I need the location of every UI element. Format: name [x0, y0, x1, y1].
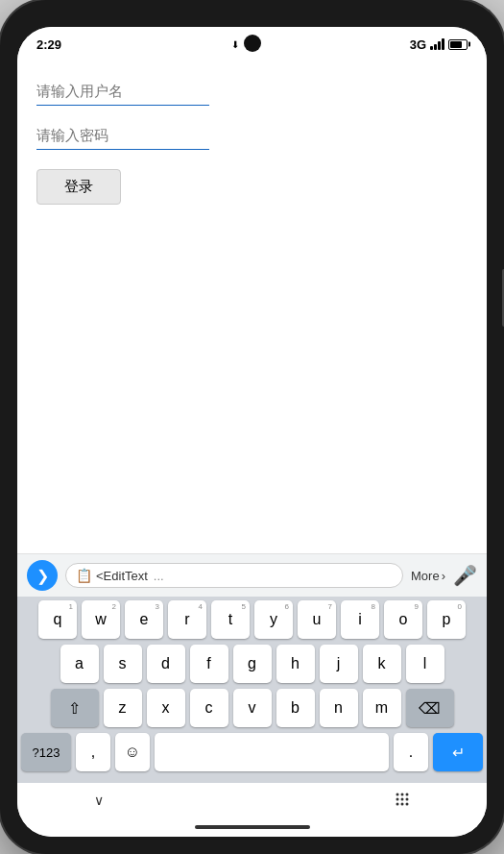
chip-dots: ...	[154, 569, 164, 583]
svg-point-5	[406, 797, 409, 800]
status-right: 3G	[410, 37, 468, 52]
camera-area	[244, 35, 261, 52]
keyboard: q 1 w 2 e 3 r 4 t 5	[17, 597, 487, 783]
key-m[interactable]: m	[363, 689, 401, 727]
key-w-number: 2	[112, 602, 116, 611]
keyboard-row-1: q 1 w 2 e 3 r 4 t 5	[21, 600, 483, 639]
enter-key[interactable]: ↵	[433, 733, 483, 771]
password-input[interactable]	[36, 121, 209, 150]
comma-key[interactable]: ,	[76, 733, 110, 771]
key-w-label: w	[95, 611, 107, 628]
key-w[interactable]: w 2	[82, 600, 120, 639]
key-a[interactable]: a	[60, 645, 99, 683]
svg-point-7	[401, 802, 404, 805]
key-h[interactable]: h	[276, 645, 315, 683]
key-q[interactable]: q 1	[38, 600, 77, 639]
key-u[interactable]: u 7	[298, 600, 336, 639]
clipboard-icon: 📋	[76, 568, 92, 583]
key-o-number: 9	[415, 602, 419, 611]
svg-point-8	[406, 802, 409, 805]
key-o-label: o	[399, 611, 408, 628]
key-r-label: r	[184, 611, 189, 628]
svg-point-2	[406, 793, 409, 795]
key-q-number: 1	[69, 602, 73, 611]
nav-bar: ∨	[17, 783, 487, 817]
key-t-number: 5	[242, 602, 246, 611]
space-key[interactable]	[155, 733, 389, 771]
mic-button[interactable]: 🎤	[453, 564, 477, 587]
key-x[interactable]: x	[147, 689, 185, 727]
toolbar-more-button[interactable]: More ›	[411, 569, 445, 583]
key-r-number: 4	[199, 602, 203, 611]
camera-notch	[244, 35, 261, 52]
edit-text-label: <EditText	[96, 569, 148, 583]
svg-point-6	[396, 802, 399, 805]
key-n[interactable]: n	[320, 689, 358, 727]
key-r[interactable]: r 4	[168, 600, 206, 639]
home-bar	[195, 825, 310, 829]
key-d[interactable]: d	[147, 645, 185, 683]
keyboard-row-4: ?123 , ☺ . ↵	[21, 733, 483, 771]
emoji-icon: ☺	[125, 744, 140, 761]
nav-back-button[interactable]: ∨	[94, 793, 104, 808]
nav-grid-button[interactable]	[395, 792, 410, 810]
grid-icon	[395, 792, 410, 807]
key-i[interactable]: i 8	[341, 600, 379, 639]
key-k[interactable]: k	[363, 645, 401, 683]
key-i-label: i	[358, 611, 362, 628]
status-time: 2:29	[36, 37, 61, 52]
comma-label: ,	[91, 744, 95, 761]
shift-key[interactable]: ⇧	[51, 689, 99, 727]
key-u-number: 7	[328, 602, 332, 611]
key-p-number: 0	[458, 602, 462, 611]
key-v[interactable]: v	[233, 689, 272, 727]
key-e[interactable]: e 3	[125, 600, 163, 639]
svg-point-0	[396, 793, 399, 795]
numbers-label: ?123	[33, 745, 60, 760]
period-label: .	[409, 744, 413, 761]
phone-screen: 2:29 ⬇ 3G 登录	[17, 27, 487, 837]
key-y-label: y	[270, 611, 277, 628]
download-icon: ⬇	[231, 39, 239, 50]
keyboard-row-2: a s d f g h j k l	[21, 645, 483, 683]
key-g[interactable]: g	[233, 645, 272, 683]
app-content: 登录	[17, 58, 487, 553]
key-j[interactable]: j	[320, 645, 358, 683]
key-p-label: p	[443, 611, 451, 628]
status-bar: 2:29 ⬇ 3G	[17, 27, 487, 58]
key-z[interactable]: z	[104, 689, 142, 727]
key-t[interactable]: t 5	[211, 600, 250, 639]
backspace-key[interactable]: ⌫	[406, 689, 454, 727]
key-l[interactable]: l	[406, 645, 444, 683]
key-o[interactable]: o 9	[384, 600, 422, 639]
svg-point-4	[401, 797, 404, 800]
enter-icon: ↵	[452, 744, 465, 762]
toolbar-arrow-button[interactable]: ❯	[27, 560, 58, 591]
key-t-label: t	[228, 611, 232, 628]
key-p[interactable]: p 0	[427, 600, 466, 639]
keyboard-row-3: ⇧ z x c v b n m ⌫	[21, 689, 483, 727]
key-i-number: 8	[372, 602, 375, 611]
key-b[interactable]: b	[276, 689, 315, 727]
key-c[interactable]: c	[190, 689, 228, 727]
svg-point-1	[401, 793, 404, 795]
more-chevron: ›	[442, 569, 445, 583]
key-e-label: e	[140, 611, 149, 628]
edit-text-chip[interactable]: 📋 <EditText ...	[65, 563, 403, 588]
key-y[interactable]: y 6	[254, 600, 293, 639]
key-f[interactable]: f	[190, 645, 228, 683]
key-q-label: q	[54, 611, 62, 628]
key-u-label: u	[313, 611, 322, 628]
username-input[interactable]	[36, 77, 209, 106]
key-y-number: 6	[285, 602, 289, 611]
key-s[interactable]: s	[104, 645, 142, 683]
battery-icon	[448, 39, 468, 50]
backspace-icon: ⌫	[419, 699, 441, 718]
more-label: More	[411, 569, 440, 583]
period-key[interactable]: .	[394, 733, 428, 771]
emoji-key[interactable]: ☺	[115, 733, 150, 771]
signal-icon	[430, 38, 444, 50]
keyboard-toolbar: ❯ 📋 <EditText ... More › 🎤	[17, 553, 487, 597]
numbers-key[interactable]: ?123	[21, 733, 71, 771]
login-button[interactable]: 登录	[36, 169, 121, 205]
